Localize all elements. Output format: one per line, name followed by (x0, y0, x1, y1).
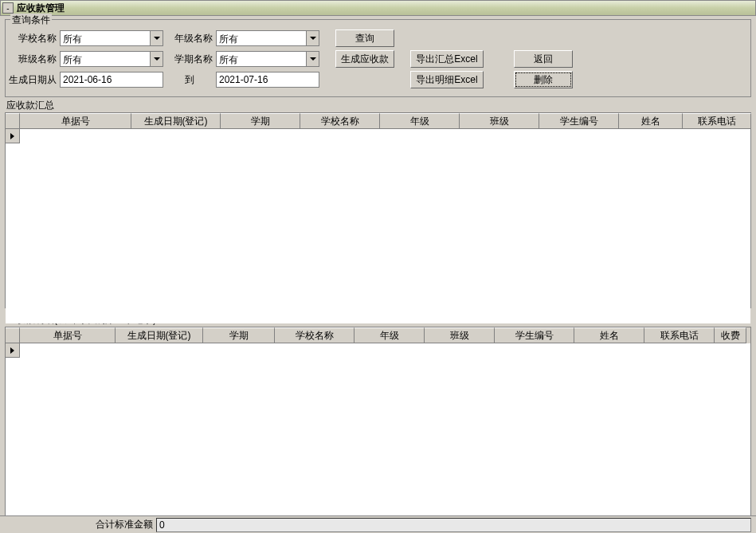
query-conditions-group: 查询条件 学校名称 所有 年级名称 所有 查询 班级名称 所有 学期名称 所有 … (5, 19, 751, 97)
footer-total-value: 0 (156, 518, 751, 532)
row-header-corner (6, 327, 20, 343)
delete-button[interactable]: 删除 (514, 71, 573, 88)
col-header[interactable]: 联系电话 (644, 327, 715, 343)
label-class: 班级名称 (10, 53, 57, 66)
window-titlebar: - 应收款管理 (0, 0, 756, 16)
detail-grid-header: 单据号 生成日期(登记) 学期 学校名称 年级 班级 学生编号 姓名 联系电话 … (6, 327, 750, 343)
row-header-corner (6, 113, 20, 129)
summary-section-label: 应收款汇总 (6, 99, 751, 112)
label-school: 学校名称 (10, 32, 57, 45)
col-header[interactable]: 单据号 (20, 113, 131, 129)
detail-grid-row[interactable] (6, 343, 750, 358)
col-header[interactable]: 生成日期(登记) (131, 113, 221, 129)
generate-button[interactable]: 生成应收款 (335, 50, 394, 68)
footer-bar: 合计标准金额 0 (0, 515, 756, 533)
label-date-from: 生成日期从 (6, 73, 57, 87)
summary-grid[interactable]: 单据号 生成日期(登记) 学期 学校名称 年级 班级 学生编号 姓名 联系电话 (5, 112, 751, 308)
chevron-down-icon[interactable] (306, 52, 319, 66)
col-header[interactable]: 班级 (460, 113, 539, 129)
back-button[interactable]: 返回 (514, 50, 573, 68)
detail-grid[interactable]: 单据号 生成日期(登记) 学期 学校名称 年级 班级 学生编号 姓名 联系电话 … (5, 327, 751, 507)
col-header[interactable]: 学期 (203, 327, 275, 343)
chevron-down-icon[interactable] (306, 31, 319, 45)
label-grade: 年级名称 (166, 32, 213, 45)
col-header[interactable]: 姓名 (574, 327, 644, 343)
footer-total-label: 合计标准金额 (5, 518, 156, 531)
col-header[interactable]: 学校名称 (300, 113, 380, 129)
combo-term[interactable]: 所有 (216, 51, 319, 67)
window-icon: - (2, 2, 14, 14)
date-to-input[interactable] (216, 72, 319, 88)
label-term: 学期名称 (166, 53, 213, 66)
col-header[interactable]: 年级 (380, 113, 460, 129)
col-header[interactable]: 学生编号 (539, 113, 619, 129)
combo-school[interactable]: 所有 (60, 30, 163, 46)
summary-grid-row[interactable] (6, 129, 750, 143)
combo-class[interactable]: 所有 (60, 51, 163, 67)
search-button[interactable]: 查询 (335, 29, 394, 47)
col-header[interactable]: 年级 (354, 327, 425, 343)
export-detail-button[interactable]: 导出明细Excel (410, 71, 484, 88)
col-header[interactable]: 学期 (221, 113, 300, 129)
col-header[interactable]: 单据号 (20, 327, 116, 343)
col-header[interactable]: 班级 (425, 327, 495, 343)
summary-grid-header: 单据号 生成日期(登记) 学期 学校名称 年级 班级 学生编号 姓名 联系电话 (6, 113, 750, 129)
col-header[interactable]: 姓名 (619, 113, 683, 129)
col-header[interactable]: 联系电话 (683, 113, 751, 129)
export-summary-button[interactable]: 导出汇总Excel (410, 50, 484, 68)
date-from-input[interactable] (60, 72, 163, 88)
col-header[interactable]: 学生编号 (495, 327, 574, 343)
chevron-down-icon[interactable] (150, 31, 163, 45)
col-header[interactable]: 收费 (715, 327, 746, 343)
current-row-indicator-icon (6, 129, 20, 143)
label-date-to: 到 (166, 73, 213, 87)
combo-grade[interactable]: 所有 (216, 30, 319, 46)
col-header[interactable]: 生成日期(登记) (116, 327, 203, 343)
chevron-down-icon[interactable] (150, 52, 163, 66)
current-row-indicator-icon (6, 343, 20, 358)
col-header[interactable]: 学校名称 (275, 327, 354, 343)
query-legend: 查询条件 (10, 14, 52, 27)
window-title: 应收款管理 (17, 2, 65, 15)
